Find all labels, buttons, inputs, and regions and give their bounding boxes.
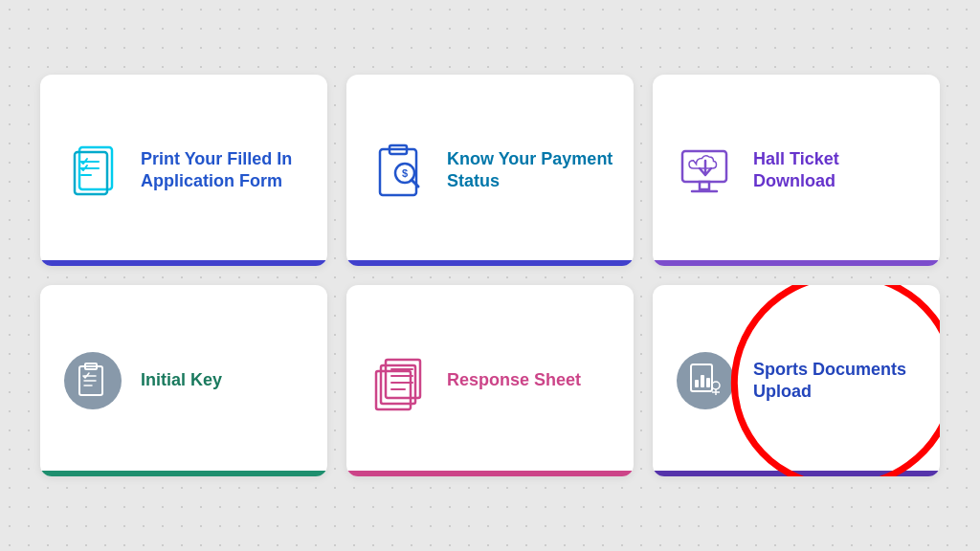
svg-rect-28 (695, 380, 699, 387)
card-hall-ticket[interactable]: Hall Ticket Download (653, 75, 940, 266)
sports-doc-icon (672, 347, 739, 414)
card-initial-key[interactable]: Initial Key (40, 285, 327, 476)
svg-rect-30 (706, 378, 710, 387)
clipboard-check-icon (59, 347, 126, 414)
payment-status-label: Know Your Payment Status (447, 148, 614, 193)
green-circle-bg (64, 352, 122, 409)
monitor-download-icon (672, 137, 739, 204)
card-sports-documents[interactable]: Sports Documents Upload (653, 285, 940, 476)
svg-rect-5 (380, 149, 416, 195)
payment-check-icon: $ (366, 137, 433, 204)
card-print-application[interactable]: Print Your Filled In Application Form (40, 75, 327, 266)
sports-documents-label: Sports Documents Upload (753, 359, 921, 404)
initial-key-label: Initial Key (141, 369, 222, 391)
card-response-sheet[interactable]: Response Sheet (346, 285, 634, 476)
print-application-label: Print Your Filled In Application Form (141, 148, 308, 193)
document-list-icon (59, 137, 126, 204)
svg-rect-11 (700, 182, 709, 189)
main-grid: Print Your Filled In Application Form $ … (11, 46, 969, 505)
response-sheet-label: Response Sheet (447, 369, 581, 391)
svg-point-31 (712, 382, 720, 389)
stacked-papers-icon (366, 347, 433, 414)
card-payment-status[interactable]: $ Know Your Payment Status (346, 75, 634, 266)
gray-circle-bg (677, 352, 734, 409)
svg-rect-29 (701, 375, 704, 387)
hall-ticket-label: Hall Ticket Download (753, 148, 921, 193)
svg-text:$: $ (402, 167, 408, 179)
